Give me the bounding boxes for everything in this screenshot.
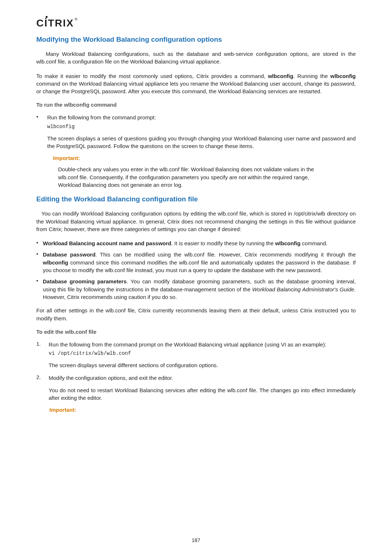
txt: To make it easier to modify the most com… xyxy=(36,73,268,79)
document-page: CİTRIX® Modifying the Workload Balancing… xyxy=(0,0,392,554)
s1-p2: To make it easier to modify the most com… xyxy=(36,72,356,95)
number-marker: 1. xyxy=(36,341,49,348)
cmd-name: wlbconfig xyxy=(268,73,293,79)
section-heading-modifying: Modifying the Workload Balancing configu… xyxy=(36,36,356,44)
cmd-name: wlbconfig xyxy=(275,240,301,246)
important-label: Important: xyxy=(53,155,356,161)
indent-block: The screen displays several different se… xyxy=(49,361,356,369)
bullet-marker-icon: • xyxy=(36,239,43,247)
section-heading-editing: Editing the Workload Balancing configura… xyxy=(36,195,356,203)
txt: . It is easier to modify these by runnin… xyxy=(171,240,275,246)
settings-list: • Workload Balancing account name and pa… xyxy=(36,239,356,301)
bold-term: Workload Balancing account name and pass… xyxy=(43,240,171,246)
list-item: • Database grooming parameters. You can … xyxy=(36,278,356,301)
cmd-name: wlbconfig xyxy=(330,73,356,79)
numbered-text: Run the following from the command promp… xyxy=(49,341,356,348)
page-number: 187 xyxy=(0,537,392,543)
code-wlbconfig: wlbconfig xyxy=(47,124,356,130)
n2-after: You do not need to restart Workload Bala… xyxy=(49,386,356,402)
bold-term: Database grooming parameters xyxy=(43,278,127,284)
bullet-item: • Run the following from the command pro… xyxy=(36,114,356,121)
italic-title: Workload Balancing Administrator's Guide xyxy=(252,286,354,292)
logo-dot-icon xyxy=(46,16,48,18)
cmd-name: wlbconfig xyxy=(43,259,68,266)
list-item-text: Database password. This can be modified … xyxy=(43,251,356,274)
important-text: Double-check any values you enter in the… xyxy=(58,165,327,189)
list-item-text: Database grooming parameters. You can mo… xyxy=(43,278,356,301)
numbered-text: Modify the configuration options, and ex… xyxy=(49,374,356,382)
txt: . Running the xyxy=(293,73,330,79)
indent-block: You do not need to restart Workload Bala… xyxy=(49,386,356,402)
sub-heading-edit-wlbconf: To edit the wlb.conf file xyxy=(36,329,356,335)
code-vi-wlbconf: vi /opt/citrix/wlb/wlb.conf xyxy=(49,350,356,356)
s2-p1: You can modify Workload Balancing config… xyxy=(36,210,356,233)
bold-term: Database password xyxy=(43,251,95,258)
logo-reg: ® xyxy=(75,17,77,21)
list-item: • Database password. This can be modifie… xyxy=(36,251,356,274)
number-marker: 2. xyxy=(36,374,49,382)
numbered-item: 1. Run the following from the command pr… xyxy=(36,341,356,348)
citrix-logo: CİTRIX® xyxy=(36,17,356,29)
bullet-marker-icon: • xyxy=(36,278,43,301)
bullet-marker-icon: • xyxy=(36,114,47,121)
s1-p1: Many Workload Balancing configurations, … xyxy=(36,50,356,66)
txt: command on the Workload Balancing virtua… xyxy=(36,81,356,94)
bullet-marker-icon: • xyxy=(36,251,43,274)
important-label: Important: xyxy=(49,407,356,413)
txt: command since this command modifies the … xyxy=(43,259,356,273)
s1-after-code: The screen displays a series of question… xyxy=(47,135,356,150)
list-item-text: Workload Balancing account name and pass… xyxy=(43,239,356,247)
bullet-text: Run the following from the command promp… xyxy=(47,114,356,121)
indent-block: The screen displays a series of question… xyxy=(47,135,356,150)
s2-p2: For all other settings in the wlb.conf f… xyxy=(36,307,356,322)
list-item: • Workload Balancing account name and pa… xyxy=(36,239,356,247)
numbered-item: 2. Modify the configuration options, and… xyxy=(36,374,356,382)
txt: . This can be modified using the wlb.con… xyxy=(95,251,356,258)
logo-text: CİTRIX xyxy=(36,17,74,29)
sub-heading-run-wlbconfig: To run the wlbconfig command xyxy=(36,102,356,108)
n1-after: The screen displays several different se… xyxy=(49,361,356,369)
txt: command. xyxy=(301,240,327,246)
